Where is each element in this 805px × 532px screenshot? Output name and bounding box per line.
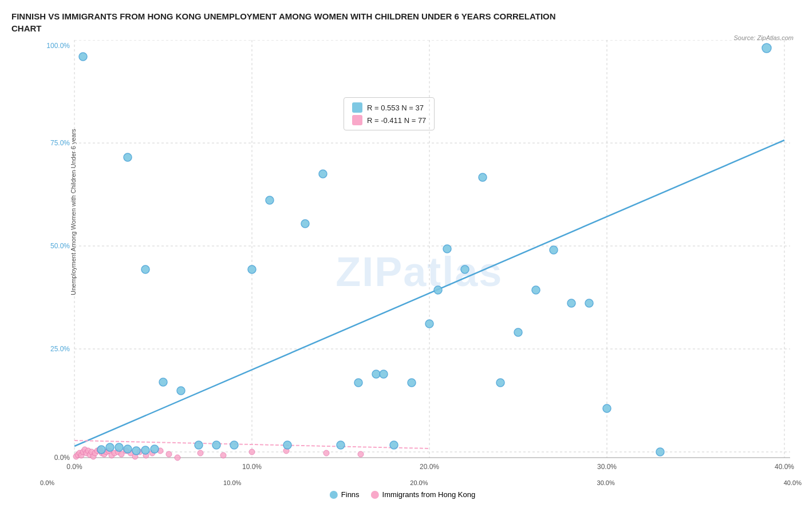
svg-text:100.0%: 100.0% [46, 42, 70, 50]
svg-text:50.0%: 50.0% [50, 242, 70, 250]
svg-point-58 [323, 450, 329, 456]
x-axis-labels: 0.0% 10.0% 20.0% 30.0% 40.0% [40, 479, 802, 486]
scatter-plot-svg: 0.0% 25.0% 50.0% 75.0% 100.0% 0.0% 10.0%… [40, 40, 802, 498]
svg-point-87 [434, 286, 442, 294]
bottom-legend: Finns Immigrants from Hong Kong [330, 490, 475, 499]
svg-text:0.0%: 0.0% [54, 454, 70, 462]
svg-point-75 [248, 265, 256, 273]
page-container: FINNISH VS IMMIGRANTS FROM HONG KONG UNE… [0, 0, 805, 532]
svg-point-83 [380, 370, 388, 378]
svg-point-93 [532, 286, 540, 294]
svg-point-91 [496, 379, 504, 387]
legend-hk-circle [371, 491, 379, 499]
svg-point-54 [198, 450, 203, 456]
svg-point-66 [132, 447, 140, 455]
svg-point-61 [124, 153, 132, 161]
x-label-0: 0.0% [40, 479, 54, 486]
svg-point-68 [151, 445, 159, 453]
svg-point-74 [230, 441, 238, 449]
svg-point-98 [656, 448, 664, 456]
chart-area: Unemployment Among Women with Children U… [11, 40, 794, 503]
svg-point-90 [479, 173, 487, 181]
svg-point-86 [425, 320, 433, 328]
svg-point-76 [266, 196, 274, 204]
svg-text:10.0%: 10.0% [242, 463, 262, 471]
legend-finn-label: Finns [341, 490, 360, 499]
svg-point-55 [220, 452, 226, 458]
svg-point-62 [97, 446, 105, 454]
svg-point-64 [115, 443, 123, 451]
svg-point-59 [358, 451, 364, 457]
svg-point-77 [283, 441, 291, 449]
svg-text:20.0%: 20.0% [420, 463, 439, 471]
svg-point-85 [408, 379, 416, 387]
svg-point-78 [301, 220, 309, 228]
svg-text:25.0%: 25.0% [50, 345, 70, 353]
legend-finn: Finns [330, 490, 360, 499]
svg-text:75.0%: 75.0% [50, 139, 70, 147]
legend-finn-circle [330, 491, 338, 499]
x-label-30: 30.0% [597, 479, 615, 486]
svg-text:30.0%: 30.0% [597, 463, 617, 471]
svg-point-89 [461, 265, 469, 273]
svg-point-52 [166, 451, 172, 457]
svg-point-72 [195, 441, 203, 449]
svg-point-92 [514, 328, 522, 336]
svg-point-81 [354, 379, 362, 387]
svg-text:0.0%: 0.0% [66, 463, 82, 471]
svg-point-95 [567, 299, 575, 307]
x-label-20: 20.0% [410, 479, 428, 486]
svg-point-96 [585, 299, 593, 307]
title-line1: FINNISH VS IMMIGRANTS FROM HONG KONG UNE… [11, 11, 556, 21]
svg-point-84 [390, 441, 398, 449]
title-line2: CHART [11, 23, 42, 33]
svg-point-53 [175, 455, 180, 460]
legend-hk: Immigrants from Hong Kong [371, 490, 476, 499]
svg-point-99 [762, 43, 771, 53]
svg-point-73 [212, 441, 220, 449]
svg-point-80 [337, 441, 345, 449]
svg-point-71 [177, 387, 185, 395]
svg-point-56 [249, 449, 255, 455]
svg-text:40.0%: 40.0% [775, 463, 794, 471]
svg-point-65 [124, 445, 132, 453]
svg-point-63 [106, 443, 114, 451]
svg-point-79 [319, 170, 327, 178]
x-label-10: 10.0% [223, 479, 241, 486]
svg-point-60 [79, 53, 87, 61]
svg-point-69 [159, 378, 167, 386]
x-label-40: 40.0% [784, 479, 802, 486]
svg-point-94 [550, 246, 558, 254]
chart-title: FINNISH VS IMMIGRANTS FROM HONG KONG UNE… [11, 10, 641, 34]
svg-point-88 [443, 245, 451, 253]
svg-line-21 [74, 140, 784, 446]
svg-point-67 [141, 446, 149, 454]
svg-point-70 [141, 265, 149, 273]
svg-point-97 [603, 404, 611, 412]
svg-point-82 [372, 370, 380, 378]
legend-hk-label: Immigrants from Hong Kong [382, 490, 476, 499]
